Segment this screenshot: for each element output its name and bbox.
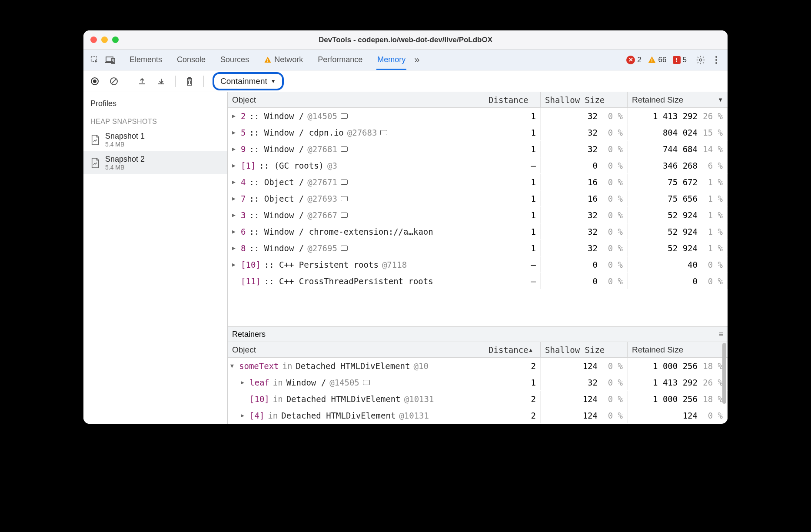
blocked-badge[interactable]: !5	[673, 56, 687, 64]
rcol-shallow[interactable]: Shallow Size	[541, 342, 628, 357]
object-row[interactable]: ▶6 :: Window / chrome-extension://a…kaon…	[228, 223, 728, 240]
col-object[interactable]: Object	[228, 92, 484, 107]
snapshot-icon	[90, 134, 100, 146]
record-button[interactable]	[87, 73, 103, 89]
frame-icon	[341, 246, 348, 251]
object-row[interactable]: ▶[1] :: (GC roots) @3 – 00 % 346 2686 %	[228, 157, 728, 174]
frame-icon	[341, 213, 348, 218]
devtools-window: DevTools - codepen.io/web-dot-dev/live/P…	[83, 30, 728, 424]
tab-elements[interactable]: Elements	[129, 50, 163, 70]
snapshot-name: Snapshot 2	[105, 155, 145, 164]
object-row[interactable]: [11] :: C++ CrossThreadPersistent roots …	[228, 273, 728, 289]
snapshot-name: Snapshot 1	[105, 132, 145, 141]
frame-icon	[341, 146, 348, 152]
frame-icon	[341, 196, 348, 201]
object-row[interactable]: ▶4 :: Object / @27671 1 160 % 75 6721 %	[228, 174, 728, 190]
svg-rect-6	[651, 61, 652, 62]
svg-rect-5	[651, 58, 652, 60]
svg-point-12	[93, 80, 96, 83]
frame-icon	[363, 380, 370, 385]
objects-header: Object Distance Shallow Size Retained Si…	[228, 92, 728, 108]
col-distance[interactable]: Distance	[484, 92, 541, 107]
retainers-grid[interactable]: ▼someText in Detached HTMLDivElement @10…	[228, 358, 728, 424]
inspect-icon[interactable]	[87, 52, 103, 68]
sidebar-snapshot[interactable]: Snapshot 1 5.4 MB	[83, 128, 227, 151]
frame-icon	[341, 180, 348, 185]
object-row[interactable]: ▶5 :: Window / cdpn.io @27683 1 320 % 80…	[228, 124, 728, 141]
rcol-object[interactable]: Object	[228, 342, 484, 357]
object-row[interactable]: ▶2 :: Window / @14505 1 320 % 1 413 2922…	[228, 108, 728, 124]
tab-sources[interactable]: Sources	[219, 50, 250, 70]
clear-button[interactable]	[106, 73, 122, 89]
object-row[interactable]: ▶3 :: Window / @27667 1 320 % 52 9241 %	[228, 207, 728, 223]
retainers-panel: Retainers ≡ Object Distance▲ Shallow Siz…	[228, 326, 728, 424]
memory-toolbar: Containment ▼	[83, 70, 728, 92]
upload-icon[interactable]	[134, 73, 150, 89]
errors-badge[interactable]: ✕2	[626, 56, 641, 64]
frame-icon	[341, 113, 348, 119]
download-icon[interactable]	[153, 73, 169, 89]
col-shallow[interactable]: Shallow Size	[541, 92, 628, 107]
retainer-row[interactable]: ▶leaf in Window / @14505 1 320 % 1 413 2…	[228, 374, 728, 391]
sidebar-snapshot[interactable]: Snapshot 2 5.4 MB	[83, 151, 227, 174]
titlebar: DevTools - codepen.io/web-dot-dev/live/P…	[83, 30, 728, 50]
view-select-label: Containment	[220, 76, 267, 86]
tab-memory[interactable]: Memory	[376, 50, 406, 70]
svg-rect-3	[267, 59, 268, 61]
window-title: DevTools - codepen.io/web-dot-dev/live/P…	[83, 36, 728, 44]
svg-point-8	[715, 56, 717, 58]
scrollbar[interactable]	[722, 343, 726, 404]
tab-network[interactable]: Network	[263, 50, 304, 70]
heap-snapshots-label: HEAP SNAPSHOTS	[83, 113, 227, 128]
object-row[interactable]: ▶7 :: Object / @27693 1 160 % 75 6561 %	[228, 190, 728, 207]
retainer-row[interactable]: [10] in Detached HTMLDivElement @10131 2…	[228, 391, 728, 407]
sidebar-title: Profiles	[83, 92, 227, 113]
minimize-button[interactable]	[101, 37, 108, 43]
errors-count: 2	[637, 56, 641, 64]
snapshot-size: 5.4 MB	[105, 141, 145, 148]
settings-icon[interactable]	[693, 52, 708, 68]
svg-rect-4	[267, 61, 268, 62]
svg-point-7	[699, 59, 702, 61]
snapshot-size: 5.4 MB	[105, 164, 145, 171]
profiles-sidebar: Profiles HEAP SNAPSHOTS Snapshot 1 5.4 M…	[83, 92, 228, 424]
panel-tabbar: Elements Console Sources Network Perform…	[83, 50, 728, 70]
warnings-badge[interactable]: 66	[648, 56, 667, 64]
snapshot-icon	[90, 157, 100, 169]
traffic-lights	[90, 37, 119, 43]
hamburger-icon[interactable]: ≡	[718, 330, 723, 339]
svg-line-14	[112, 79, 116, 83]
retainer-row[interactable]: ▶[4] in Detached HTMLDivElement @10131 2…	[228, 407, 728, 424]
status-badges: ✕2 66 !5	[626, 56, 687, 64]
blocked-count: 5	[683, 56, 687, 64]
svg-rect-15	[187, 80, 192, 85]
device-toolbar-icon[interactable]	[103, 52, 118, 68]
objects-grid[interactable]: ▶2 :: Window / @14505 1 320 % 1 413 2922…	[228, 108, 728, 326]
svg-point-9	[715, 59, 717, 61]
gc-icon[interactable]	[182, 73, 197, 89]
frame-icon	[380, 130, 387, 135]
retainers-header: Object Distance▲ Shallow Size Retained S…	[228, 342, 728, 358]
svg-point-10	[715, 62, 717, 64]
rcol-retained[interactable]: Retained Size	[628, 342, 728, 357]
maximize-button[interactable]	[112, 37, 119, 43]
object-row[interactable]: ▶9 :: Window / @27681 1 320 % 744 68414 …	[228, 141, 728, 157]
warnings-count: 66	[658, 56, 667, 64]
chevron-down-icon: ▼	[271, 78, 276, 84]
panel-tabs: Elements Console Sources Network Perform…	[129, 50, 406, 70]
tab-performance[interactable]: Performance	[317, 50, 363, 70]
rcol-distance[interactable]: Distance▲	[484, 342, 541, 357]
col-retained[interactable]: Retained Size▼	[628, 92, 728, 107]
main-panel: Object Distance Shallow Size Retained Si…	[228, 92, 728, 424]
retainer-row[interactable]: ▼someText in Detached HTMLDivElement @10…	[228, 358, 728, 374]
tab-network-label: Network	[274, 55, 303, 64]
more-tabs-icon[interactable]: »	[414, 54, 419, 66]
kebab-menu-icon[interactable]	[708, 52, 724, 68]
retainers-title-row: Retainers ≡	[228, 326, 728, 342]
object-row[interactable]: ▶8 :: Window / @27695 1 320 % 52 9241 %	[228, 240, 728, 256]
close-button[interactable]	[90, 37, 97, 43]
object-row[interactable]: ▶[10] :: C++ Persistent roots @7118 – 00…	[228, 256, 728, 273]
view-select[interactable]: Containment ▼	[213, 72, 284, 90]
retainers-title: Retainers	[232, 330, 266, 339]
tab-console[interactable]: Console	[176, 50, 206, 70]
